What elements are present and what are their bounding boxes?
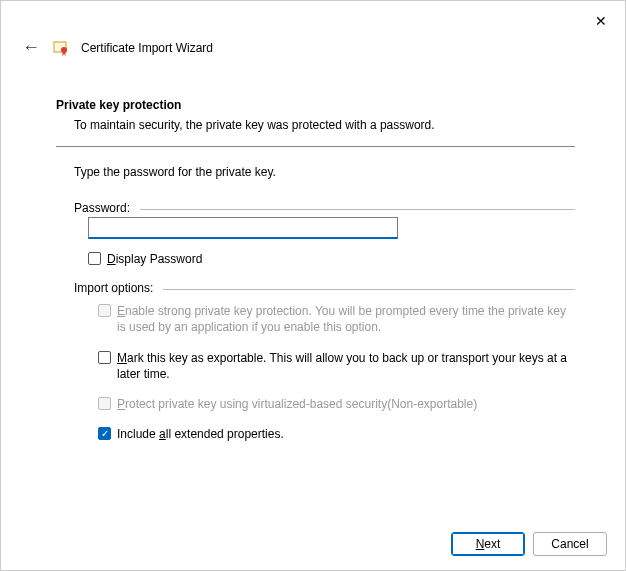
password-input[interactable] <box>88 217 398 239</box>
include-extended-checkbox[interactable]: ✓ <box>98 427 111 440</box>
next-button[interactable]: Next <box>451 532 525 556</box>
back-arrow-icon: ← <box>22 37 40 57</box>
display-password-checkbox[interactable] <box>88 252 101 265</box>
password-group-line <box>140 209 575 210</box>
import-options-group: Import options: Enable strong private ke… <box>74 281 575 442</box>
section-description: To maintain security, the private key wa… <box>74 118 575 132</box>
certificate-icon <box>53 40 69 56</box>
divider <box>56 146 575 147</box>
close-icon: ✕ <box>595 13 607 29</box>
wizard-content: Private key protection To maintain secur… <box>1 68 625 442</box>
display-password-label: Display Password <box>107 251 202 267</box>
wizard-window: ✕ ← Certificate Import Wizard Private ke… <box>0 0 626 571</box>
display-password-text: isplay Password <box>116 252 203 266</box>
protect-virtualized-label: Protect private key using virtualized-ba… <box>117 396 477 412</box>
import-options-line <box>163 289 575 290</box>
cancel-button[interactable]: Cancel <box>533 532 607 556</box>
protect-virtualized-checkbox <box>98 397 111 410</box>
wizard-header: ← Certificate Import Wizard <box>1 1 625 68</box>
section-title: Private key protection <box>56 98 575 112</box>
mark-exportable-checkbox[interactable] <box>98 351 111 364</box>
wizard-title: Certificate Import Wizard <box>81 41 213 55</box>
password-group: Password: Display Password <box>74 201 575 267</box>
back-button[interactable]: ← <box>21 37 41 58</box>
enable-strong-protection-label: Enable strong private key protection. Yo… <box>117 303 571 335</box>
wizard-footer: Next Cancel <box>451 532 607 556</box>
close-button[interactable]: ✕ <box>583 7 619 35</box>
password-label: Password: <box>74 201 134 215</box>
include-extended-label: Include all extended properties. <box>117 426 284 442</box>
import-options-label: Import options: <box>74 281 157 295</box>
instruction-text: Type the password for the private key. <box>74 165 575 179</box>
mark-exportable-label: Mark this key as exportable. This will a… <box>117 350 571 382</box>
enable-strong-protection-checkbox <box>98 304 111 317</box>
